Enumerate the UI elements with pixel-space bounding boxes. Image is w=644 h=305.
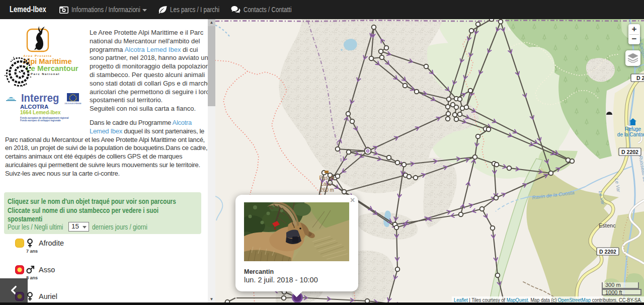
svg-text:Pas de: Pas de xyxy=(319,175,335,181)
svg-text:D 2202: D 2202 xyxy=(621,149,638,155)
svg-text:1664 Lemed-Ibex: 1664 Lemed-Ibex xyxy=(20,110,61,115)
svg-text:Laus: Laus xyxy=(320,181,332,187)
svg-text:D 22: D 22 xyxy=(636,75,644,81)
svg-text:Refuge: Refuge xyxy=(625,126,641,132)
svg-text:Fondo europeo di sviluppo regi: Fondo europeo di sviluppo regionale xyxy=(20,119,61,122)
svg-text:UNION EUROPÉENNE: UNION EUROPÉENNE xyxy=(64,102,81,105)
svg-text:Parc National: Parc National xyxy=(31,72,60,75)
svg-text:D 2202: D 2202 xyxy=(599,249,616,255)
svg-text:Estenc: Estenc xyxy=(599,222,616,228)
svg-text:de la Cantonn: de la Cantonn xyxy=(617,132,644,137)
svg-text:Le Mercantour: Le Mercantour xyxy=(26,64,78,72)
svg-text:Interreg: Interreg xyxy=(21,92,59,104)
svg-text:260 m: 260 m xyxy=(320,187,334,193)
svg-text:ALCOTRA: ALCOTRA xyxy=(20,104,48,110)
